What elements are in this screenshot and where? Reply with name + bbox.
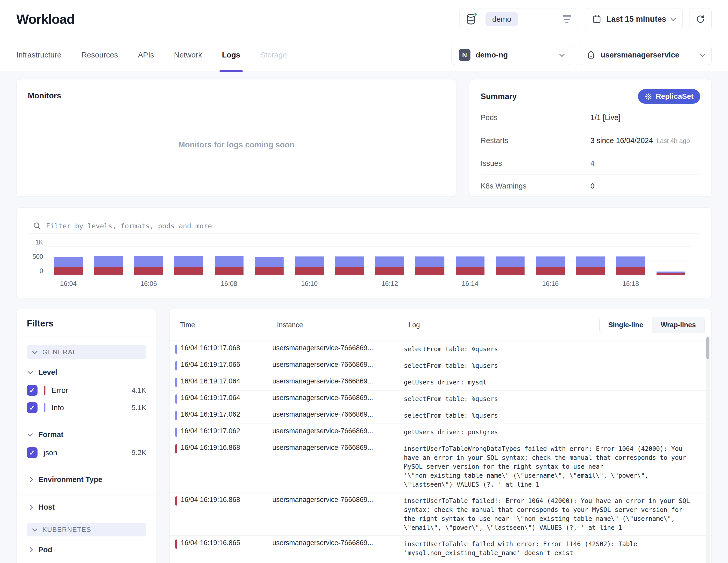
chart-bar[interactable] — [657, 271, 685, 275]
workload-value: usersmanagerservice — [601, 51, 680, 59]
chart-bar-segment-error — [415, 267, 444, 275]
log-message: getUsers driver: postgres — [404, 427, 696, 437]
info-level-tick — [175, 361, 177, 371]
filter-option-count: 9.2K — [131, 449, 146, 457]
log-row[interactable]: 16/04 16:19:17.062usersmanagerservice-76… — [170, 407, 711, 424]
log-row[interactable]: 16/04 16:19:16.865usersmanagerservice-76… — [170, 561, 711, 563]
namespace-select[interactable]: N demo-ng — [451, 45, 571, 65]
cluster-selector[interactable]: demo — [459, 8, 578, 30]
tab-resources[interactable]: Resources — [81, 38, 118, 71]
chart-bar[interactable] — [415, 256, 444, 275]
filter-option-label: json — [44, 449, 57, 457]
filters-divider — [17, 422, 156, 422]
workload-select[interactable]: usersmanagerservice — [579, 45, 712, 65]
log-timestamp: 16/04 16:19:17.068 — [181, 344, 240, 352]
chart-bar[interactable] — [536, 256, 565, 275]
chart-bar[interactable] — [134, 256, 163, 275]
log-instance: usersmanagerservice-7666869... — [272, 539, 404, 557]
chart-bar[interactable] — [375, 256, 404, 275]
chart-bar-segment-info — [576, 256, 605, 267]
log-table-scrollbar[interactable] — [706, 336, 710, 563]
log-filter-searchbox[interactable] — [27, 218, 701, 234]
chart-bar-slot — [611, 256, 651, 275]
chevron-right-icon — [28, 547, 33, 553]
chart-bar-slot — [48, 257, 88, 275]
log-row[interactable]: 16/04 16:19:16.865usersmanagerservice-76… — [170, 536, 711, 561]
column-header-log: Log — [408, 321, 599, 329]
database-icon — [464, 13, 478, 26]
tab-logs[interactable]: Logs — [222, 38, 240, 71]
log-timestamp: 16/04 16:19:17.064 — [181, 394, 240, 402]
log-time-cell: 16/04 16:19:17.064 — [175, 377, 272, 387]
summary-row-value: 0 — [590, 182, 700, 190]
info-level-indicator — [44, 403, 45, 412]
filter-option-error[interactable]: ✓Error4.1K — [27, 382, 146, 399]
summary-row-value[interactable]: 4 — [590, 159, 700, 167]
log-row[interactable]: 16/04 16:19:17.062usersmanagerservice-76… — [170, 424, 711, 440]
tab-apis[interactable]: APIs — [138, 38, 154, 71]
chart-bar[interactable] — [295, 256, 324, 275]
refresh-button[interactable] — [689, 8, 712, 30]
checkbox-checked[interactable]: ✓ — [27, 402, 38, 413]
log-row[interactable]: 16/04 16:19:17.066usersmanagerservice-76… — [170, 357, 711, 374]
filters-section-kubernetes[interactable]: KUBERNETES — [27, 523, 146, 536]
chart-bar-slot — [209, 256, 249, 275]
chart-bar-slot — [249, 257, 289, 275]
log-message: selectFrom table: %qusers — [404, 361, 696, 371]
chart-bar-segment-info — [295, 256, 324, 267]
chart-y-tick: 0 — [27, 267, 43, 274]
chart-bar[interactable] — [174, 256, 203, 275]
filter-option-count: 4.1K — [131, 386, 146, 395]
chart-bar[interactable] — [496, 256, 525, 275]
summary-row: Issues4 — [481, 152, 700, 174]
chart-bar-slot — [289, 256, 329, 275]
log-row[interactable]: 16/04 16:19:17.064usersmanagerservice-76… — [170, 391, 711, 407]
chart-bar-segment-info — [134, 256, 163, 267]
wrap-lines-button[interactable]: Wrap-lines — [652, 317, 705, 333]
search-icon — [33, 221, 41, 230]
filter-group-environment-type[interactable]: Environment Type — [27, 469, 146, 489]
log-filter-input[interactable] — [46, 222, 695, 230]
filter-option-label: Info — [52, 404, 64, 412]
single-line-button[interactable]: Single-line — [600, 317, 652, 333]
chart-bar-slot — [490, 256, 530, 275]
chart-bar-segment-error — [174, 267, 203, 275]
chart-bar[interactable] — [255, 257, 284, 275]
time-range-label: Last 15 minutes — [606, 15, 666, 24]
log-row[interactable]: 16/04 16:19:17.064usersmanagerservice-76… — [170, 374, 711, 391]
log-time-cell: 16/04 16:19:16.865 — [175, 539, 272, 557]
filters-title: Filters — [17, 309, 156, 337]
tab-network[interactable]: Network — [174, 38, 202, 71]
chart-bar[interactable] — [215, 256, 244, 275]
filter-option-json[interactable]: ✓json9.2K — [27, 444, 146, 461]
chart-bar[interactable] — [576, 256, 605, 275]
log-row[interactable]: 16/04 16:19:17.068usersmanagerservice-76… — [170, 341, 711, 357]
checkbox-checked[interactable]: ✓ — [27, 385, 38, 396]
chart-bar-slot — [370, 256, 410, 275]
cluster-chip[interactable]: demo — [486, 12, 518, 26]
chart-bar[interactable] — [335, 256, 364, 275]
log-row[interactable]: 16/04 16:19:16.868usersmanagerservice-76… — [170, 493, 711, 536]
filter-group-host[interactable]: Host — [27, 496, 146, 517]
scrollbar-thumb[interactable] — [706, 337, 709, 359]
chart-bar[interactable] — [456, 256, 484, 275]
chart-bar[interactable] — [616, 256, 645, 275]
filter-group-level[interactable]: Level — [27, 362, 146, 382]
filter-group-format[interactable]: Format — [27, 424, 146, 444]
filter-option-info[interactable]: ✓Info5.1K — [27, 399, 146, 416]
checkbox-checked[interactable]: ✓ — [27, 447, 38, 458]
tab-infrastructure[interactable]: Infrastructure — [16, 38, 62, 71]
replicaset-badge[interactable]: ReplicaSet — [638, 89, 700, 104]
chart-bar[interactable] — [54, 257, 83, 275]
chart-bar[interactable] — [94, 256, 123, 275]
filter-group-pod[interactable]: Pod — [27, 539, 146, 559]
chart-x-tick — [571, 280, 611, 288]
filters-section-general[interactable]: GENERAL — [27, 345, 146, 359]
tab-bar: InfrastructureResourcesAPIsNetworkLogsSt… — [0, 38, 728, 72]
log-instance: usersmanagerservice-7666869... — [272, 444, 404, 489]
log-row[interactable]: 16/04 16:19:16.868usersmanagerservice-76… — [170, 440, 711, 493]
time-range-picker[interactable]: Last 15 minutes — [585, 8, 683, 30]
cluster-filter-icon[interactable] — [563, 15, 571, 23]
chart-x-tick — [88, 280, 128, 288]
chart-bar-segment-info — [174, 256, 203, 267]
